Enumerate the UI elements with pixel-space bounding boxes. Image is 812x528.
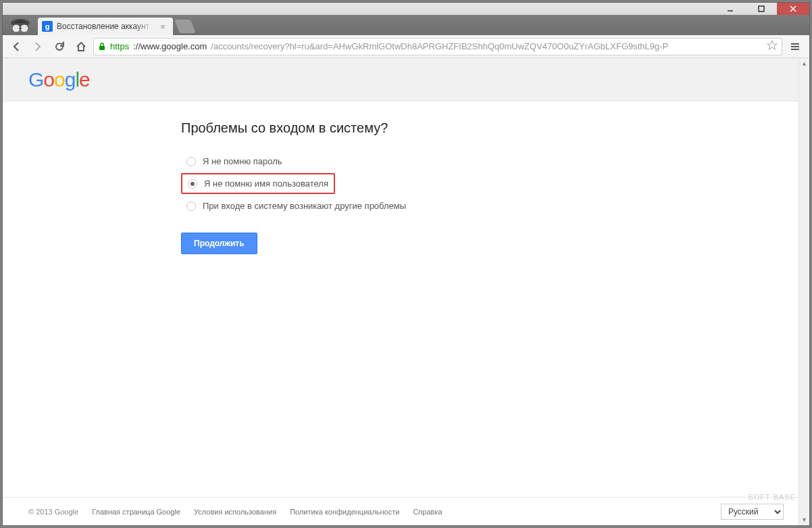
back-button[interactable] [7, 37, 26, 56]
google-logo: G o o g l e [28, 68, 90, 91]
radio-icon [186, 157, 196, 166]
page-header: G o o g l e [3, 58, 809, 101]
browser-window: g Восстановление аккаунт × https://www.g… [3, 3, 809, 525]
window-maximize-button[interactable] [746, 3, 777, 15]
vertical-scrollbar[interactable]: ▲ ▼ [798, 58, 809, 525]
incognito-icon [8, 14, 32, 38]
window-titlebar [3, 3, 809, 15]
footer-link-terms[interactable]: Условия использования [194, 508, 276, 516]
window-minimize-button[interactable] [715, 3, 746, 15]
window-close-button[interactable] [777, 3, 809, 15]
logo-letter: o [43, 68, 54, 91]
lock-icon [98, 43, 106, 51]
forward-button[interactable] [28, 37, 47, 56]
url-host: ://www.google.com [133, 41, 207, 51]
address-bar[interactable]: https://www.google.com/accounts/recovery… [93, 38, 782, 55]
radio-forgot-password[interactable]: Я не помню пароль [181, 152, 288, 170]
page-heading: Проблемы со входом в систему? [181, 120, 809, 136]
chrome-menu-button[interactable] [785, 37, 805, 56]
scroll-up-icon[interactable]: ▲ [799, 58, 810, 69]
radio-label: При входе в систему возникают другие про… [203, 201, 406, 211]
tab-close-icon[interactable]: × [158, 22, 168, 31]
new-tab-button[interactable] [174, 20, 195, 33]
tab-favicon-icon: g [42, 21, 53, 32]
footer-link-home[interactable]: Главная страница Google [92, 508, 180, 516]
url-scheme: https [110, 41, 129, 51]
copyright: © 2013 Google [28, 508, 78, 516]
svg-rect-7 [19, 28, 22, 29]
logo-letter: o [54, 68, 65, 91]
home-button[interactable] [72, 37, 91, 56]
logo-letter: G [28, 68, 43, 91]
radio-icon [186, 201, 196, 211]
browser-toolbar: https://www.google.com/accounts/recovery… [3, 35, 809, 58]
svg-rect-1 [759, 6, 764, 11]
page-footer: © 2013 Google Главная страница Google Ус… [3, 497, 809, 525]
radio-label: Я не помню пароль [203, 156, 282, 166]
bookmark-star-icon[interactable] [767, 40, 778, 53]
svg-rect-8 [99, 46, 105, 50]
main-content: Проблемы со входом в систему? Я не помню… [3, 101, 809, 497]
page-viewport: G o o g l e Проблемы со входом в систему… [3, 58, 809, 525]
footer-link-privacy[interactable]: Политика конфиденциальности [290, 508, 399, 516]
tab-title: Восстановление аккаунт [57, 22, 154, 31]
language-select[interactable]: Русский [721, 504, 784, 520]
continue-button[interactable]: Продолжить [181, 233, 257, 254]
tab-strip: g Восстановление аккаунт × [3, 15, 809, 35]
radio-forgot-username[interactable]: Я не помню имя пользователя [181, 173, 335, 194]
browser-tab[interactable]: g Восстановление аккаунт × [38, 18, 173, 35]
scroll-down-icon[interactable]: ▼ [799, 514, 810, 525]
radio-other-problems[interactable]: При входе в систему возникают другие про… [181, 197, 411, 215]
logo-letter: e [79, 68, 90, 91]
radio-icon [188, 179, 197, 189]
reload-button[interactable] [50, 37, 69, 56]
watermark: SOFT BASE [748, 493, 796, 501]
url-path: /accounts/recovery?hl=ru&ard=AHwGkRmlGOt… [211, 41, 668, 51]
footer-link-help[interactable]: Справка [413, 508, 442, 516]
radio-label: Я не помню имя пользователя [204, 178, 328, 189]
logo-letter: g [65, 68, 76, 91]
